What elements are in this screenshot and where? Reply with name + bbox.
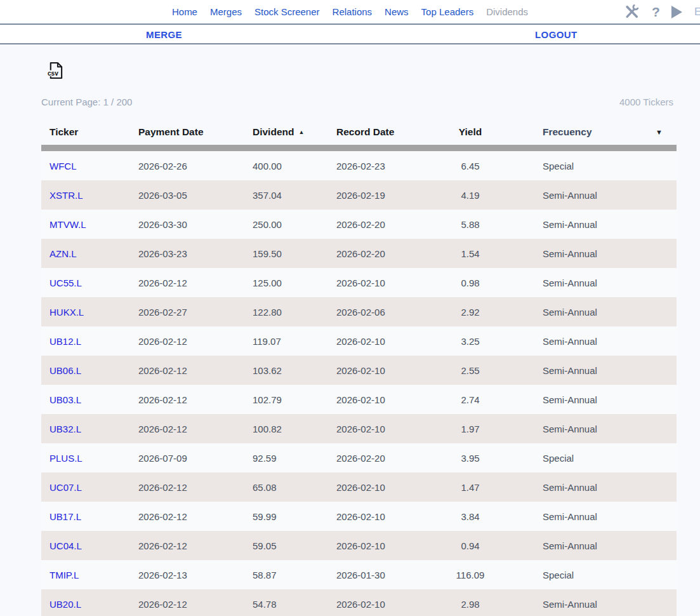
- yield-cell: 1.47: [452, 482, 543, 493]
- frequency-cell: Semi-Annual: [543, 365, 677, 376]
- record-date-cell: 2026-02-20: [336, 219, 452, 230]
- ticker-link[interactable]: HUKX.L: [50, 307, 84, 318]
- table-body: WFCL 2026-02-26 400.00 2026-02-23 6.45 S…: [41, 151, 677, 616]
- partial-letter-text: E: [694, 6, 700, 18]
- ticker-link[interactable]: WFCL: [50, 161, 77, 171]
- yield-cell: 1.97: [452, 424, 543, 434]
- csv-file-icon: csv: [47, 72, 64, 81]
- ticker-cell: UB32.L: [50, 424, 138, 434]
- ticker-link[interactable]: PLUS.L: [50, 453, 83, 464]
- table-row: UB12.L 2026-02-12 119.07 2026-02-10 3.25…: [41, 326, 677, 356]
- dividend-cell: 59.99: [253, 511, 336, 522]
- yield-cell: 3.25: [452, 336, 543, 347]
- table-row: MTVW.L 2026-03-30 250.00 2026-02-20 5.88…: [41, 210, 677, 239]
- record-date-cell: 2026-02-20: [336, 453, 452, 464]
- record-date-cell: 2026-02-06: [336, 307, 452, 318]
- ticker-link[interactable]: UB17.L: [50, 511, 81, 522]
- ticker-link[interactable]: UB03.L: [50, 394, 81, 405]
- payment-date-cell: 2026-02-27: [138, 307, 253, 318]
- ticker-cell: UC55.L: [50, 278, 138, 288]
- table-row: UB06.L 2026-02-12 103.62 2026-02-10 2.55…: [41, 356, 677, 385]
- dividend-cell: 119.07: [253, 336, 336, 347]
- ticker-link[interactable]: UB20.L: [50, 599, 81, 610]
- dividends-table: Ticker Payment Date Dividend▲ Record Dat…: [41, 119, 677, 616]
- dividend-cell: 54.78: [253, 599, 336, 610]
- horizontal-scrollbar[interactable]: [41, 145, 677, 151]
- frequency-cell: Semi-Annual: [543, 307, 677, 318]
- ticker-link[interactable]: MTVW.L: [50, 219, 86, 230]
- chevron-down-icon[interactable]: ▼: [656, 128, 663, 136]
- dividend-cell: 58.87: [253, 570, 336, 580]
- payment-date-cell: 2026-02-26: [138, 161, 253, 171]
- yield-cell: 116.09: [452, 570, 543, 580]
- dividend-cell: 103.62: [253, 365, 336, 376]
- ticker-link[interactable]: UB12.L: [50, 336, 81, 347]
- dividend-cell: 125.00: [253, 278, 336, 288]
- ticker-link[interactable]: UC55.L: [50, 278, 82, 288]
- record-date-cell: 2026-02-10: [336, 394, 452, 405]
- table-row: UC55.L 2026-02-12 125.00 2026-02-10 0.98…: [41, 268, 677, 297]
- table-row: XSTR.L 2026-03-05 357.04 2026-02-19 4.19…: [41, 180, 677, 210]
- yield-cell: 3.84: [452, 511, 543, 522]
- merge-link[interactable]: MERGE: [146, 29, 182, 39]
- ticker-link[interactable]: UC07.L: [50, 482, 82, 493]
- ticker-link[interactable]: UB32.L: [50, 424, 81, 434]
- ticker-link[interactable]: TMIP.L: [50, 570, 79, 580]
- frequency-cell: Semi-Annual: [543, 394, 677, 405]
- frequency-cell: Semi-Annual: [543, 248, 677, 259]
- nav-link-merges[interactable]: Merges: [210, 6, 242, 17]
- record-date-cell: 2026-02-10: [336, 540, 452, 551]
- secondary-bar: MERGE LOGOUT: [0, 25, 700, 44]
- dividend-cell: 400.00: [253, 161, 336, 171]
- tools-icon[interactable]: [624, 4, 640, 19]
- dividend-cell: 92.59: [253, 453, 336, 464]
- header-dividend[interactable]: Dividend▲: [253, 126, 336, 138]
- nav-link-news[interactable]: News: [385, 6, 409, 17]
- nav-link-relations[interactable]: Relations: [333, 6, 373, 17]
- header-payment-date[interactable]: Payment Date: [138, 126, 253, 138]
- payment-date-cell: 2026-02-13: [138, 570, 253, 580]
- csv-export-button[interactable]: csv: [47, 62, 64, 79]
- payment-date-cell: 2026-02-12: [138, 482, 253, 493]
- nav-link-stock-screener[interactable]: Stock Screener: [254, 6, 320, 17]
- table-row: WFCL 2026-02-26 400.00 2026-02-23 6.45 S…: [41, 151, 677, 180]
- pagination-info: Current Page: 1 / 200 4000 Tickers: [41, 97, 673, 107]
- nav-link-top-leaders[interactable]: Top Leaders: [421, 6, 474, 17]
- table-row: UC07.L 2026-02-12 65.08 2026-02-10 1.47 …: [41, 472, 677, 502]
- payment-date-cell: 2026-03-23: [138, 248, 253, 259]
- table-row: UB17.L 2026-02-12 59.99 2026-02-10 3.84 …: [41, 502, 677, 531]
- record-date-cell: 2026-02-10: [336, 424, 452, 434]
- frequency-cell: Semi-Annual: [543, 599, 677, 610]
- yield-cell: 3.95: [452, 453, 543, 464]
- ticker-cell: UC07.L: [50, 482, 138, 493]
- payment-date-cell: 2026-02-12: [138, 540, 253, 551]
- ticker-link[interactable]: UB06.L: [50, 365, 81, 376]
- ticker-cell: PLUS.L: [50, 453, 138, 464]
- yield-cell: 0.94: [452, 540, 543, 551]
- table-row: UC04.L 2026-02-12 59.05 2026-02-10 0.94 …: [41, 531, 677, 560]
- record-date-cell: 2026-02-10: [336, 365, 452, 376]
- ticker-link[interactable]: UC04.L: [50, 540, 82, 551]
- ticker-cell: AZN.L: [50, 248, 138, 259]
- svg-text:csv: csv: [48, 70, 58, 77]
- record-date-cell: 2026-02-19: [336, 190, 452, 201]
- play-icon[interactable]: [671, 6, 682, 18]
- nav-link-home[interactable]: Home: [172, 6, 197, 17]
- ticker-link[interactable]: XSTR.L: [50, 190, 83, 201]
- frequency-cell: Semi-Annual: [543, 219, 677, 230]
- ticker-link[interactable]: AZN.L: [50, 248, 77, 259]
- record-date-cell: 2026-02-20: [336, 248, 452, 259]
- help-icon[interactable]: ?: [652, 4, 660, 20]
- top-nav: Home Merges Stock Screener Relations New…: [0, 0, 700, 25]
- yield-cell: 5.88: [452, 219, 543, 230]
- yield-cell: 1.54: [452, 248, 543, 259]
- frequency-cell: Special: [543, 570, 677, 580]
- record-date-cell: 2026-02-10: [336, 336, 452, 347]
- header-yield[interactable]: Yield: [452, 126, 543, 138]
- frequency-filter-dropdown[interactable]: Frecuency ▼: [543, 119, 677, 145]
- header-record-date[interactable]: Record Date: [336, 126, 452, 138]
- record-date-cell: 2026-02-10: [336, 278, 452, 288]
- payment-date-cell: 2026-02-12: [138, 336, 253, 347]
- logout-link[interactable]: LOGOUT: [535, 29, 578, 39]
- header-ticker[interactable]: Ticker: [50, 126, 138, 138]
